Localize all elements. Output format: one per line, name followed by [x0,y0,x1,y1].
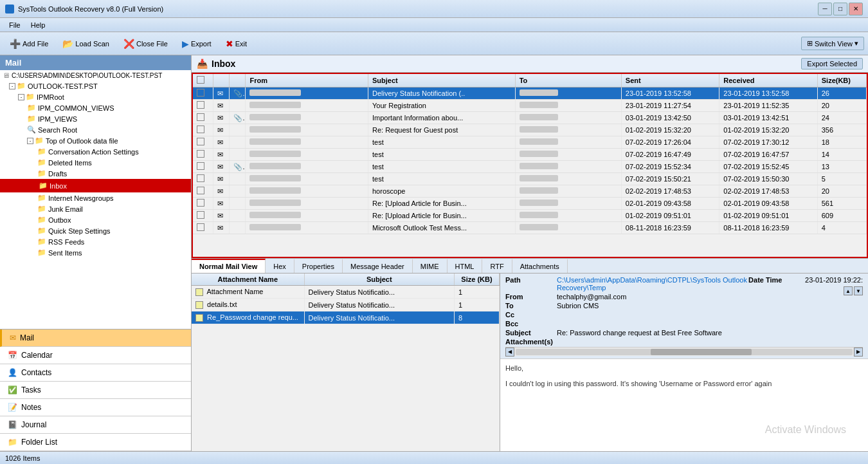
email-row[interactable]: ✉ Re: [Upload Article for Busin... 02-01… [193,198,867,210]
exit-icon: ✖ [226,39,233,49]
email-from [246,112,368,124]
attachment-row[interactable]: Re_Password change requ... Delivery Stat… [192,311,500,324]
col-subject-header[interactable]: Subject [368,74,516,88]
expand-top-icon[interactable]: - [27,138,33,144]
exit-button[interactable]: ✖ Exit [220,36,253,51]
tree-item-internet-news[interactable]: 📁 Internet Newsgroups [0,192,191,203]
email-row[interactable]: ✉ Re: Request for Guest post 01-02-2019 … [193,124,867,136]
email-row[interactable]: ✉ 📎 test 07-02-2019 15:52:34 07-02-2019 … [193,161,867,173]
attach-col-size-header[interactable]: Size (KB) [454,274,499,286]
tab-properties[interactable]: Properties [294,259,343,273]
tab-mime[interactable]: MIME [413,259,448,273]
minimize-button[interactable]: ─ [818,3,832,15]
tree-item-inbox[interactable]: 📁 Inbox [0,179,191,192]
email-check[interactable] [193,173,213,185]
email-check[interactable] [193,185,213,198]
email-row[interactable]: ✉ Microsoft Outlook Test Mess... 08-11-2… [193,222,867,234]
col-received-header[interactable]: Received [719,74,817,88]
sidebar-tree[interactable]: 🖥 C:\USERS\ADMIN\DESKTOP\OUTLOOK-TEST.PS… [0,70,191,329]
nav-tab-mail[interactable]: ✉ Mail [0,329,191,347]
col-size-header[interactable]: Size(KB) [817,74,866,88]
switch-view-button[interactable]: ⊞ Switch View ▾ [801,37,864,50]
nav-tab-journal[interactable]: 📓 Journal [0,416,191,434]
tree-item-outlook-test[interactable]: - 📁 OUTLOOK-TEST.PST [0,80,191,91]
email-row[interactable]: ✉ horoscope 02-02-2019 17:48:53 02-02-20… [193,185,867,198]
tree-item-conversation[interactable]: 📁 Conversation Action Settings [0,146,191,157]
email-check[interactable] [193,88,213,100]
attachment-row[interactable]: Attachment Name Delivery Status Notifica… [192,286,500,299]
tree-item-drafts[interactable]: 📁 Drafts [0,168,191,179]
hscroll-area[interactable]: ◀ ▶ [505,347,863,356]
tree-item-junk-email[interactable]: 📁 Junk Email [0,203,191,214]
tree-item-top-outlook[interactable]: - 📁 Top of Outlook data file [0,135,191,146]
load-scan-button[interactable]: 📂 Load Scan [57,36,115,51]
nav-tab-contacts[interactable]: 👤 Contacts [0,364,191,382]
email-row[interactable]: ✉ test 07-02-2019 16:47:49 07-02-2019 16… [193,149,867,161]
col-sent-header[interactable]: Sent [621,74,719,88]
tree-item-ipm-views[interactable]: 📁 IPM_VIEWS [0,113,191,124]
email-check[interactable] [193,136,213,149]
menu-help[interactable]: Help [26,20,51,30]
close-file-button[interactable]: ❌ Close File [118,36,174,51]
tab-normal-mail-view[interactable]: Normal Mail View [192,259,266,273]
scroll-right-button[interactable]: ▶ [854,348,863,357]
email-check[interactable] [193,210,213,222]
email-check[interactable] [193,100,213,112]
add-file-button[interactable]: ➕ Add File [4,36,54,51]
tab-message-header[interactable]: Message Header [343,259,413,273]
email-icon-envelope: ✉ [213,100,229,112]
export-selected-button[interactable]: Export Selected [801,58,863,70]
tree-item-pst-path[interactable]: 🖥 C:\USERS\ADMIN\DESKTOP\OUTLOOK-TEST.PS… [0,70,191,80]
email-row[interactable]: ✉ 📎 Delivery Status Notification (.. 23-… [193,88,867,100]
folder-icon-sent: 📁 [37,248,46,257]
close-button[interactable]: ✕ [849,3,863,15]
email-list[interactable]: From Subject To Sent Received Size(KB) ✉… [192,73,868,258]
path-value[interactable]: C:\Users\admin\AppData\Roaming\CDTPL\Sys… [557,276,747,292]
scroll-down-button[interactable]: ▼ [854,286,863,295]
export-button[interactable]: ▶ Export [176,36,217,51]
email-row[interactable]: ✉ Re: [Upload Article for Busin... 01-02… [193,210,867,222]
maximize-button[interactable]: □ [833,3,847,15]
attach-col-subject-header[interactable]: Subject [304,274,454,286]
col-to-header[interactable]: To [515,74,621,88]
nav-tab-folder-list[interactable]: 📁 Folder List [0,434,191,451]
attach-col-name-header[interactable]: Attachment Name [192,274,304,286]
nav-tab-calendar[interactable]: 📅 Calendar [0,347,191,364]
scroll-up-button[interactable]: ▲ [844,286,853,295]
email-row[interactable]: ✉ Your Registration 23-01-2019 11:27:54 … [193,100,867,112]
email-check[interactable] [193,124,213,136]
tab-hex[interactable]: Hex [266,259,294,273]
email-row[interactable]: ✉ test 07-02-2019 15:50:21 07-02-2019 15… [193,173,867,185]
attach-subject: Delivery Status Notificatio... [304,299,454,311]
scroll-left-button[interactable]: ◀ [505,348,514,357]
col-from-header[interactable]: From [246,74,368,88]
tree-item-outbox[interactable]: 📁 Outbox [0,214,191,225]
tab-html[interactable]: HTML [448,259,483,273]
tree-item-deleted[interactable]: 📁 Deleted Items [0,157,191,168]
expand-outlook-icon[interactable]: - [9,83,15,89]
attachments-value [557,338,747,346]
tree-item-ipmroot[interactable]: - 📁 IPMRoot [0,91,191,102]
attachment-row[interactable]: details.txt Delivery Status Notificatio.… [192,299,500,311]
tree-item-rss-feeds[interactable]: 📁 RSS Feeds [0,236,191,247]
email-check[interactable] [193,198,213,210]
tab-attachments[interactable]: Attachments [512,259,568,273]
tab-rtf[interactable]: RTF [482,259,512,273]
email-check[interactable] [193,112,213,124]
nav-tab-tasks[interactable]: ✅ Tasks [0,382,191,399]
hscroll-track[interactable] [516,349,853,355]
folder-icon-top: 📁 [35,136,44,145]
nav-tab-notes[interactable]: 📝 Notes [0,399,191,416]
menu-file[interactable]: File [4,20,26,30]
tree-item-search-root[interactable]: 🔍 Search Root [0,124,191,135]
email-row[interactable]: ✉ 📎 Important Information abou... 03-01-… [193,112,867,124]
expand-ipmroot-icon[interactable]: - [18,94,24,100]
tree-item-ipm-common-views[interactable]: 📁 IPM_COMMON_VIEWS [0,102,191,113]
tree-item-sent-items[interactable]: 📁 Sent Items [0,247,191,258]
email-row[interactable]: ✉ test 07-02-2019 17:26:04 07-02-2019 17… [193,136,867,149]
email-check[interactable] [193,149,213,161]
email-check[interactable] [193,222,213,234]
email-check[interactable] [193,161,213,173]
tree-item-quick-step[interactable]: 📁 Quick Step Settings [0,225,191,236]
email-from [246,210,368,222]
